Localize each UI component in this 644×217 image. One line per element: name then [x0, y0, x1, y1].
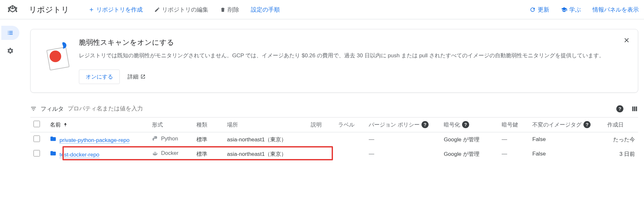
- row-location: asia-northeast1（東京）: [227, 137, 287, 143]
- filter-input[interactable]: [68, 105, 612, 112]
- plus-icon: [89, 7, 94, 13]
- learn-label: 学ぶ: [569, 6, 581, 14]
- column-label-header[interactable]: ラベル: [338, 122, 355, 128]
- row-kind: 標準: [196, 151, 207, 157]
- nav-settings[interactable]: [1, 44, 19, 58]
- table-row: test-docker-repo Docker 標準 asia-northeas…: [30, 147, 638, 161]
- sort-asc-icon: [63, 122, 68, 127]
- close-icon: [623, 37, 630, 44]
- row-kind: 標準: [196, 137, 207, 143]
- refresh-icon: [529, 6, 536, 13]
- turn-on-scan-button[interactable]: オンにする: [79, 70, 120, 84]
- filter-help-button[interactable]: ?: [616, 105, 623, 112]
- column-location-header[interactable]: 場所: [227, 122, 238, 128]
- filter-label: フィルタ: [41, 105, 64, 113]
- row-format: Docker: [161, 150, 178, 156]
- table-row: private-python-package-repo Python 標準 as…: [30, 132, 638, 147]
- trash-icon: [220, 7, 226, 13]
- banner-illustration: [40, 38, 79, 84]
- header-right-actions: 更新 学ぶ 情報パネルを表示: [529, 6, 639, 14]
- column-format-header[interactable]: 形式: [152, 122, 163, 128]
- row-policy: —: [369, 136, 374, 142]
- help-icon[interactable]: ?: [462, 121, 469, 128]
- row-policy: —: [369, 151, 374, 157]
- column-immutable-header[interactable]: 不変のイメージタグ ?: [532, 121, 591, 128]
- page-title: リポジトリ: [29, 5, 69, 15]
- folder-icon: [50, 150, 56, 156]
- side-nav: [0, 19, 21, 161]
- refresh-label: 更新: [538, 6, 549, 14]
- row-encryption: Google が管理: [444, 151, 479, 157]
- svg-point-1: [50, 51, 61, 62]
- row-location: asia-northeast1（東京）: [227, 151, 287, 157]
- vulnerability-scan-banner: 脆弱性スキャンをオンにする レジストリでは既知の脆弱性がモニタリングされていませ…: [30, 29, 638, 93]
- pencil-icon: [154, 7, 160, 13]
- show-info-panel-button[interactable]: 情報パネルを表示: [592, 6, 639, 14]
- info-panel-label: 情報パネルを表示: [592, 6, 639, 14]
- top-bar: リポジトリ リポジトリを作成 リポジトリの編集 削除 設定の手順 更新 学ぶ 情…: [0, 0, 644, 19]
- row-key: —: [502, 136, 507, 142]
- row-checkbox[interactable]: [33, 136, 40, 142]
- column-created-header[interactable]: 作成日: [607, 122, 624, 128]
- banner-title: 脆弱性スキャンをオンにする: [79, 38, 628, 47]
- repositories-table: 名前 形式 種類 場所 説明 ラベル バージョン ポリシー ? 暗号化 ? 暗号…: [30, 117, 638, 161]
- open-in-new-icon: [140, 74, 146, 79]
- select-all-checkbox[interactable]: [33, 121, 40, 127]
- banner-details-link[interactable]: 詳細: [128, 73, 146, 80]
- banner-details-label: 詳細: [128, 73, 138, 80]
- repo-name-link[interactable]: test-docker-repo: [60, 152, 99, 158]
- help-icon[interactable]: ?: [421, 121, 429, 128]
- list-icon: [7, 29, 14, 36]
- filter-bar: フィルタ ?: [30, 104, 638, 117]
- gear-icon: [7, 47, 14, 54]
- product-logo[interactable]: [5, 4, 20, 15]
- folder-icon: [50, 136, 56, 142]
- setup-instructions-button[interactable]: 設定の手順: [251, 6, 280, 14]
- create-repo-label: リポジトリを作成: [96, 6, 143, 14]
- edit-repo-button[interactable]: リポジトリの編集: [154, 6, 208, 14]
- column-name-header[interactable]: 名前: [50, 121, 68, 128]
- learn-button[interactable]: 学ぶ: [561, 6, 581, 14]
- columns-icon[interactable]: [631, 105, 638, 112]
- row-immutable: False: [532, 136, 546, 142]
- row-format: Python: [161, 136, 178, 142]
- edit-repo-label: リポジトリの編集: [162, 6, 208, 14]
- close-banner-button[interactable]: [623, 36, 630, 46]
- row-created: たった今: [613, 137, 635, 143]
- row-created: 3 日前: [620, 151, 635, 157]
- create-repo-button[interactable]: リポジトリを作成: [89, 6, 143, 14]
- help-icon[interactable]: ?: [583, 121, 591, 128]
- nav-repositories[interactable]: [1, 26, 19, 40]
- delete-label: 削除: [228, 6, 239, 14]
- row-key: —: [502, 151, 507, 157]
- column-policy-header[interactable]: バージョン ポリシー ?: [369, 121, 429, 128]
- column-kind-header[interactable]: 種類: [196, 122, 207, 128]
- repo-name-link[interactable]: private-python-package-repo: [60, 137, 129, 144]
- banner-description: レジストリでは既知の脆弱性がモニタリングされていません。GCP では、イメージあ…: [79, 51, 628, 61]
- row-encryption: Google が管理: [444, 137, 479, 143]
- setup-label: 設定の手順: [251, 6, 280, 14]
- docker-icon: [152, 150, 158, 156]
- python-icon: [152, 136, 158, 142]
- column-description-header[interactable]: 説明: [311, 122, 322, 128]
- filter-icon: [30, 106, 37, 112]
- column-key-header[interactable]: 暗号鍵: [502, 122, 518, 128]
- delete-button[interactable]: 削除: [220, 6, 239, 14]
- row-immutable: False: [532, 151, 546, 157]
- row-checkbox[interactable]: [33, 150, 40, 156]
- column-encryption-header[interactable]: 暗号化 ?: [444, 121, 469, 128]
- graduation-cap-icon: [561, 6, 567, 13]
- refresh-button[interactable]: 更新: [529, 6, 549, 14]
